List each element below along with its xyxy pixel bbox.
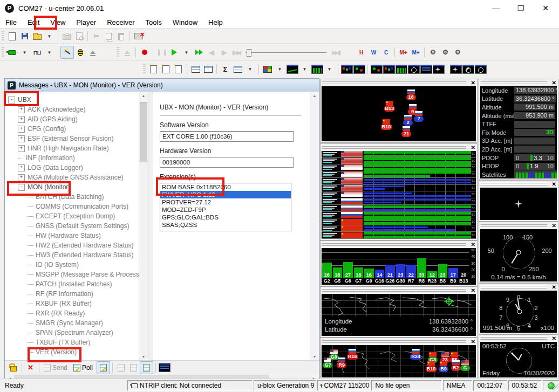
new-binary-console-icon[interactable] — [160, 63, 172, 75]
settings-gear-icon[interactable]: ⚙ — [427, 46, 439, 58]
panel-close-icon[interactable]: ✕ — [471, 338, 475, 345]
poll-all-icon[interactable] — [97, 361, 110, 374]
tree-node-aid[interactable]: +AID (GPS Aiding) — [5, 114, 139, 124]
position-slider[interactable] — [242, 46, 330, 58]
expand-icon[interactable]: - — [18, 184, 25, 191]
toolbar-grip[interactable] — [117, 47, 119, 58]
cold-start-icon[interactable]: C — [380, 46, 392, 58]
new-packet-console-icon[interactable] — [147, 63, 160, 75]
panel-title-grip[interactable]: ✕ — [321, 287, 477, 294]
scroll-thumb[interactable] — [140, 102, 147, 162]
panel-close-icon[interactable]: ✕ — [471, 79, 475, 86]
tools-gear-icon[interactable]: ⚙ — [452, 46, 464, 58]
tree-node-batch[interactable]: BATCH (Data Batching) — [5, 192, 139, 202]
expand-icon[interactable]: + — [18, 145, 25, 152]
step-forward-icon[interactable]: ▮▶ — [217, 46, 230, 58]
discard-log-icon[interactable]: ✕ — [132, 30, 145, 42]
altimeter-view-icon[interactable] — [474, 63, 487, 75]
panel-close-icon[interactable]: ✕ — [471, 144, 475, 151]
autobaud-icon[interactable] — [60, 46, 74, 59]
panel-title-grip[interactable]: ✕ — [479, 222, 558, 229]
record-icon[interactable] — [138, 46, 151, 58]
map-view-icon[interactable] — [261, 63, 274, 75]
menu-receiver[interactable]: Receiver — [101, 17, 140, 27]
sky-view-icon[interactable] — [353, 63, 365, 75]
tree-node-inf[interactable]: INF (Information) — [5, 153, 139, 163]
software-version-field[interactable]: EXT CORE 1.00 (f10c36) — [160, 131, 294, 142]
maximize-button[interactable]: ❐ — [508, 0, 533, 16]
signal-chart-icon[interactable] — [395, 63, 407, 75]
warm-start-icon[interactable]: W — [367, 46, 380, 58]
compass-view-icon[interactable] — [432, 63, 445, 75]
tree-node-span[interactable]: SPAN (Spectrum Analyzer) — [5, 328, 139, 338]
tree-node-txbuf[interactable]: TXBUF (TX Buffer) — [5, 338, 139, 347]
tree-detail-splitter[interactable] — [148, 92, 153, 361]
extension-item[interactable]: PROTVER=27.12 — [160, 198, 291, 206]
tree-node-smgr[interactable]: SMGR (Sync Manager) — [5, 318, 139, 328]
menu-tools[interactable]: Tools — [140, 17, 167, 27]
toolbar-grip[interactable] — [2, 47, 4, 58]
hardware-version-field[interactable]: 00190000 — [160, 157, 294, 168]
status-file[interactable]: No file open — [371, 380, 441, 391]
menu-file[interactable]: File — [0, 17, 22, 27]
tree-node-hw3[interactable]: HW3 (Extended Hardware Status) — [5, 250, 139, 260]
panel-title-grip[interactable]: ✕ — [479, 181, 558, 188]
layout-horizontal-icon[interactable] — [189, 63, 202, 75]
resize-grip[interactable] — [553, 384, 559, 392]
panel-close-icon[interactable]: ✕ — [471, 241, 475, 248]
new-file-icon[interactable] — [6, 30, 18, 42]
histogram-view-icon[interactable] — [311, 63, 323, 75]
new-text-console-icon[interactable] — [172, 63, 185, 75]
menu-window[interactable]: Window — [167, 17, 203, 27]
layout-vertical-icon[interactable] — [202, 63, 214, 75]
tree-node-ubx[interactable]: -UBX — [5, 95, 139, 105]
minimize-button[interactable]: — — [483, 0, 508, 16]
eject-icon[interactable] — [121, 46, 133, 58]
expand-icon[interactable]: + — [18, 126, 25, 133]
expand-icon[interactable]: + — [18, 164, 25, 171]
detail-scrollbar[interactable]: ▲ ▼ — [310, 92, 319, 361]
tree-node-except[interactable]: EXCEPT (Exception Dump) — [5, 211, 139, 221]
panel-close-icon[interactable]: ✕ — [552, 79, 556, 86]
next-message-icon[interactable] — [127, 362, 140, 374]
scroll-up-icon[interactable]: ▲ — [310, 92, 319, 100]
connect-dropdown-icon[interactable]: ▼ — [18, 46, 31, 58]
status-generation[interactable]: u-blox Generation 9 — [254, 380, 316, 391]
attach-icon[interactable] — [86, 46, 99, 58]
tree-node-cfg[interactable]: +CFG (Config) — [5, 124, 139, 134]
messages-title-bar[interactable]: P Messages - UBX - MON (Monitor) - VER (… — [5, 79, 319, 92]
tree-node-rf[interactable]: RF (RF Information) — [5, 289, 139, 299]
statistic-view-icon[interactable]: Σ — [219, 63, 231, 75]
extension-item[interactable]: MOD=ZED-F9P — [160, 206, 291, 214]
fast-forward-icon[interactable] — [193, 46, 205, 58]
table-dropdown-icon[interactable]: ▼ — [244, 63, 256, 75]
extensions-listbox[interactable]: ROM BASE 0x118B2060FWVER=HPG 1.13PROTVER… — [160, 183, 291, 231]
step-back-icon[interactable]: ◀▮ — [205, 46, 217, 58]
tree-node-hw2[interactable]: HW2 (Extended Hardware Status) — [5, 240, 139, 250]
close-button[interactable]: ✕ — [533, 0, 558, 16]
panel-close-icon[interactable]: ✕ — [552, 284, 556, 291]
tree-node-comms[interactable]: COMMS (Communication Ports) — [5, 202, 139, 211]
map-dropdown-icon[interactable]: ▼ — [274, 63, 286, 75]
extension-item[interactable]: FWVER=HPG 1.13 — [160, 191, 291, 198]
camera-view-icon[interactable] — [340, 63, 353, 75]
menu-view[interactable]: View — [45, 17, 71, 27]
tree-node-hnr[interactable]: +HNR (High Navigation Rate) — [5, 143, 139, 153]
skip-end-icon[interactable]: ▶▶▮ — [330, 46, 342, 58]
chart-view-icon[interactable] — [286, 63, 298, 75]
expand-icon[interactable]: + — [18, 106, 25, 113]
baudrate-dropdown-icon[interactable]: ▼ — [43, 46, 56, 58]
toolbar-grip[interactable] — [2, 31, 4, 42]
tree-node-gnss[interactable]: GNSS (Default System Settings) — [5, 221, 139, 231]
clock-view-icon[interactable] — [462, 63, 474, 75]
panel-title-grip[interactable]: ✕ — [479, 284, 558, 291]
poll-button[interactable]: Poll — [70, 362, 97, 374]
hot-start-icon[interactable]: H — [355, 46, 367, 58]
lock-icon[interactable] — [7, 362, 19, 374]
world-map-icon[interactable] — [383, 63, 395, 75]
open-file-icon[interactable] — [31, 30, 43, 42]
message-table-icon[interactable] — [420, 63, 432, 75]
add-config-red-icon[interactable]: M+ — [397, 46, 410, 58]
status-ntrip[interactable]: NTRIP client: Not connected — [127, 380, 253, 391]
scroll-up-icon[interactable]: ▲ — [139, 92, 148, 100]
